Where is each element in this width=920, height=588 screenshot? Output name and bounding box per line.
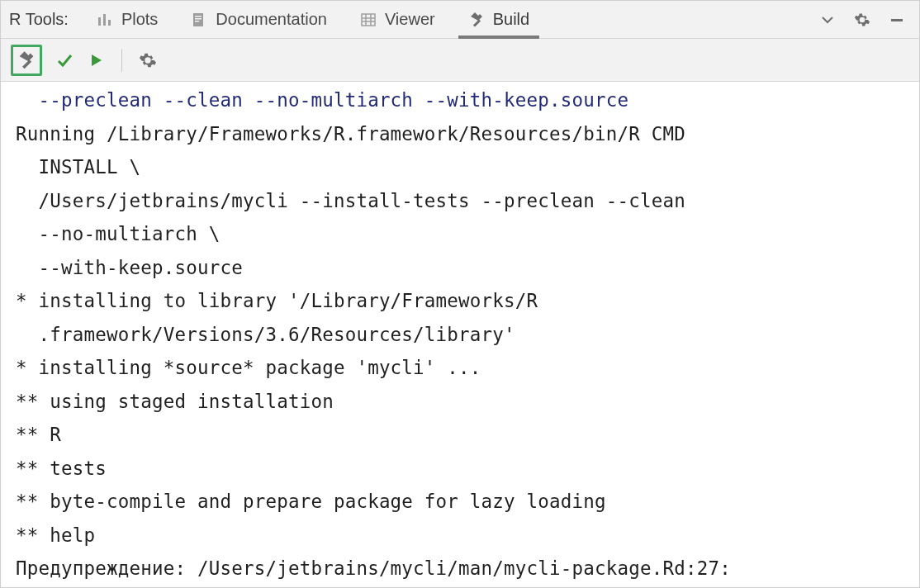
console-line: * installing to library '/Library/Framew…: [16, 284, 906, 318]
tab-documentation[interactable]: Documentation: [174, 1, 344, 38]
console-line: Running /Library/Frameworks/R.framework/…: [16, 117, 906, 151]
panel-title: R Tools:: [9, 10, 80, 29]
install-package-button[interactable]: [11, 45, 42, 76]
console-line: --no-multiarch \: [16, 217, 906, 251]
svg-rect-3: [193, 13, 203, 26]
console-line: --preclean --clean --no-multiarch --with…: [16, 83, 906, 117]
tabbar-right: [818, 11, 914, 29]
svg-rect-0: [98, 17, 101, 26]
svg-rect-7: [362, 14, 375, 26]
svg-rect-6: [195, 21, 199, 22]
console-line: /Users/jetbrains/mycli --install-tests -…: [16, 184, 906, 218]
console-line: .framework/Versions/3.6/Resources/librar…: [16, 318, 906, 352]
svg-rect-2: [108, 20, 111, 26]
svg-rect-1: [103, 14, 106, 26]
tab-label: Build: [493, 10, 529, 29]
check-button[interactable]: [55, 51, 74, 69]
console-line: ** tests: [16, 452, 906, 486]
tab-label: Documentation: [216, 10, 327, 29]
console-line: ** help: [16, 519, 906, 552]
tab-label: Plots: [121, 10, 158, 29]
build-console[interactable]: --preclean --clean --no-multiarch --with…: [1, 82, 919, 587]
console-line: INSTALL \: [16, 150, 906, 184]
svg-rect-5: [195, 18, 202, 20]
tab-plots[interactable]: Plots: [80, 1, 174, 38]
svg-rect-4: [195, 16, 202, 17]
console-line: --with-keep.source: [16, 251, 906, 285]
console-line: Предупреждение: /Users/jetbrains/mycli/m…: [16, 552, 906, 586]
svg-rect-12: [473, 19, 481, 26]
console-line: * installing *source* package 'mycli' ..…: [16, 351, 906, 385]
console-line: ** using staged installation: [16, 385, 906, 419]
svg-rect-14: [22, 59, 31, 69]
console-line: ** R: [16, 418, 906, 452]
build-toolbar: [1, 39, 919, 82]
gear-icon[interactable]: [853, 11, 871, 29]
tab-viewer[interactable]: Viewer: [344, 1, 452, 38]
document-icon: [191, 12, 207, 28]
tab-label: Viewer: [385, 10, 435, 29]
toolbar-divider: [121, 49, 122, 72]
svg-rect-13: [891, 19, 903, 21]
run-button[interactable]: [87, 51, 105, 69]
console-line: ** byte-compile and prepare package for …: [16, 485, 906, 519]
tabbar: R Tools: Plots Documentation: [1, 1, 919, 39]
chevron-down-icon[interactable]: [818, 11, 837, 29]
hammer-icon: [468, 12, 485, 28]
bar-chart-icon: [97, 12, 113, 28]
table-icon: [360, 12, 377, 28]
settings-button[interactable]: [139, 51, 157, 69]
minimize-icon[interactable]: [888, 11, 906, 29]
tab-build[interactable]: Build: [452, 1, 546, 38]
